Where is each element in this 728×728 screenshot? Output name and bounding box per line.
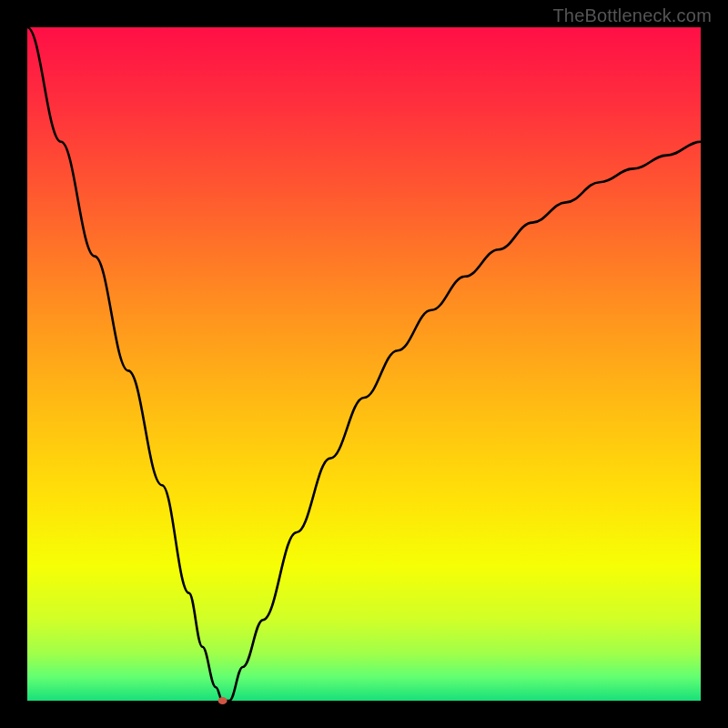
watermark: TheBottleneck.com [552, 5, 712, 26]
curve-marker [218, 697, 228, 704]
chart-container: TheBottleneck.com [0, 0, 728, 728]
chart-svg [0, 0, 728, 728]
plot-background [27, 27, 701, 701]
